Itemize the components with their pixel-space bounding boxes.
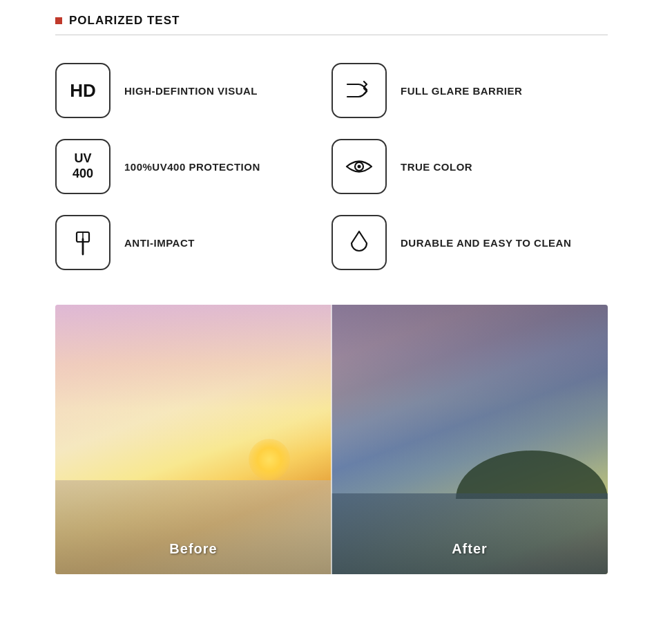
impact-icon-box <box>55 215 110 270</box>
uv-icon-box: UV400 <box>55 139 110 194</box>
header-title: POLARIZED TEST <box>69 14 180 28</box>
feature-color-label: TRUE COLOR <box>401 161 472 173</box>
color-icon-box <box>332 139 387 194</box>
page-container: POLARIZED TEST HD HIGH-DEFINTION VISUAL <box>0 0 663 574</box>
feature-uv-label: 100%UV400 PROTECTION <box>124 161 260 173</box>
clean-icon-box <box>332 215 387 270</box>
after-clouds <box>332 305 608 466</box>
after-label: After <box>452 541 488 557</box>
feature-hd: HD HIGH-DEFINTION VISUAL <box>55 63 332 118</box>
hd-icon-box: HD <box>55 63 110 118</box>
feature-impact-label: ANTI-IMPACT <box>124 237 195 249</box>
after-water <box>332 493 608 574</box>
features-grid: HD HIGH-DEFINTION VISUAL FULL GLARE BARR… <box>55 63 608 270</box>
after-half: After <box>332 305 608 574</box>
feature-clean: DURABLE AND EASY TO CLEAN <box>332 215 608 270</box>
comparison-divider <box>331 305 332 574</box>
before-clouds <box>55 305 332 453</box>
tool-icon <box>67 227 99 258</box>
feature-glare: FULL GLARE BARRIER <box>332 63 608 118</box>
comparison-container: Before After <box>55 305 608 574</box>
header-indicator <box>55 17 62 24</box>
svg-point-1 <box>358 165 361 169</box>
feature-glare-label: FULL GLARE BARRIER <box>401 85 522 97</box>
feature-impact: ANTI-IMPACT <box>55 215 332 270</box>
before-sun <box>249 439 290 480</box>
feature-hd-label: HIGH-DEFINTION VISUAL <box>124 85 258 97</box>
glare-icon-box <box>332 63 387 118</box>
before-water <box>55 480 332 575</box>
feature-color: TRUE COLOR <box>332 139 608 194</box>
before-label: Before <box>169 541 217 557</box>
section-header: POLARIZED TEST <box>55 14 608 35</box>
feature-uv: UV400 100%UV400 PROTECTION <box>55 139 332 194</box>
shuffle-icon <box>343 75 375 106</box>
before-half: Before <box>55 305 332 574</box>
drop-icon <box>343 227 375 258</box>
eye-icon <box>343 151 375 182</box>
feature-clean-label: DURABLE AND EASY TO CLEAN <box>401 237 571 249</box>
uv-icon: UV400 <box>73 151 93 181</box>
hd-icon: HD <box>70 80 96 102</box>
